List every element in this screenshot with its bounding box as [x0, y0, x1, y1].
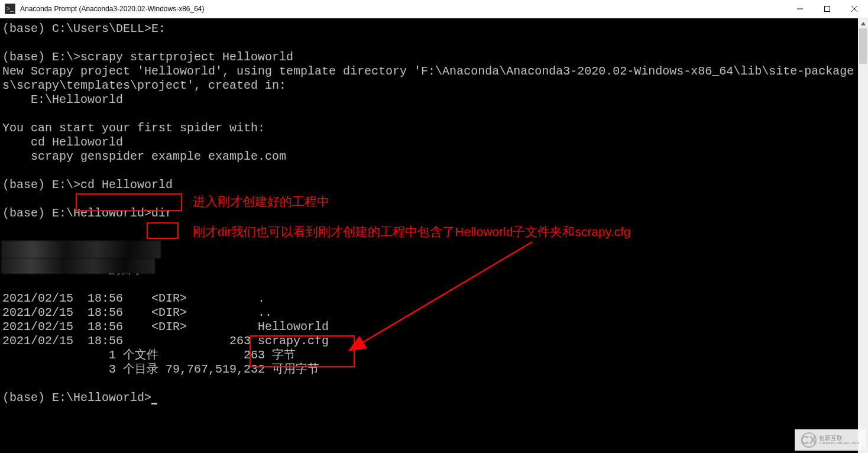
svg-line-2 — [851, 6, 857, 12]
scroll-up-button[interactable] — [858, 18, 868, 28]
close-icon — [851, 6, 857, 12]
redacted-area — [1, 241, 161, 258]
terminal-line: 2021/02/15 18:56 <DIR> . — [2, 292, 265, 305]
window-controls — [786, 0, 868, 18]
watermark: CX 创新互联 CHUANG XIN HU LIAN — [795, 429, 866, 451]
terminal-line: 1 个文件 263 字节 — [2, 348, 296, 362]
terminal-line: You can start your first spider with: — [2, 121, 265, 135]
svg-marker-6 — [861, 22, 866, 25]
terminal-line: s\scrapy\templates\project', created in: — [2, 79, 286, 92]
minimize-icon — [797, 6, 803, 12]
terminal-line: cd Helloworld — [2, 135, 123, 149]
terminal-prompt: (base) E:\> — [2, 178, 80, 192]
terminal-line: (base) C:\Users\DELL>E: — [2, 22, 166, 35]
minimize-button[interactable] — [786, 0, 814, 18]
svg-rect-1 — [825, 7, 830, 12]
terminal-line: New Scrapy project 'Helloworld', using t… — [2, 64, 854, 78]
annotation-text-2: 刚才dir我们也可以看到刚才创建的工程中包含了Helloworld子文件夹和sc… — [193, 224, 631, 240]
terminal-cursor — [151, 403, 157, 405]
scrollbar-thumb[interactable] — [859, 28, 867, 64]
watermark-text-cn: 创新互联 — [819, 435, 859, 441]
terminal-line: E:\Helloworld — [2, 93, 123, 106]
app-window: >_ Anaconda Prompt (Anaconda3-2020.02-Wi… — [0, 0, 868, 453]
svg-line-3 — [851, 6, 857, 12]
terminal-line: scrapy genspider example example.com — [2, 150, 286, 163]
annotation-text-1: 进入刚才创建好的工程中 — [193, 193, 329, 210]
terminal-line: 2021/02/15 18:56 <DIR> Helloworld — [2, 320, 329, 334]
terminal-line: (base) E:\>scrapy startproject Helloworl… — [2, 50, 293, 64]
chevron-up-icon — [861, 22, 866, 25]
title-bar[interactable]: >_ Anaconda Prompt (Anaconda3-2020.02-Wi… — [0, 0, 868, 18]
terminal-line: 2021/02/15 18:56 <DIR> .. — [2, 306, 272, 319]
watermark-text-en: CHUANG XIN HU LIAN — [819, 441, 859, 445]
terminal-area: (base) C:\Users\DELL>E: (base) E:\>scrap… — [0, 18, 868, 453]
terminal-line: 2021/02/15 18:56 263 scrapy.cfg — [2, 334, 329, 348]
vertical-scrollbar[interactable] — [858, 18, 868, 453]
close-button[interactable] — [841, 0, 868, 18]
app-icon: >_ — [5, 4, 15, 14]
terminal-prompt: (base) E:\Helloworld> — [2, 206, 151, 220]
redacted-area — [1, 258, 155, 274]
terminal-prompt: (base) E:\Helloworld> — [2, 391, 151, 405]
watermark-logo-icon: CX — [801, 432, 817, 448]
window-title: Anaconda Prompt (Anaconda3-2020.02-Windo… — [20, 5, 786, 13]
maximize-icon — [824, 6, 830, 12]
maximize-button[interactable] — [814, 0, 841, 18]
terminal-line: 3 个目录 79,767,519,232 可用字节 — [2, 363, 319, 376]
terminal-command: cd Helloworld — [80, 178, 173, 192]
terminal-command: dir — [151, 206, 173, 220]
